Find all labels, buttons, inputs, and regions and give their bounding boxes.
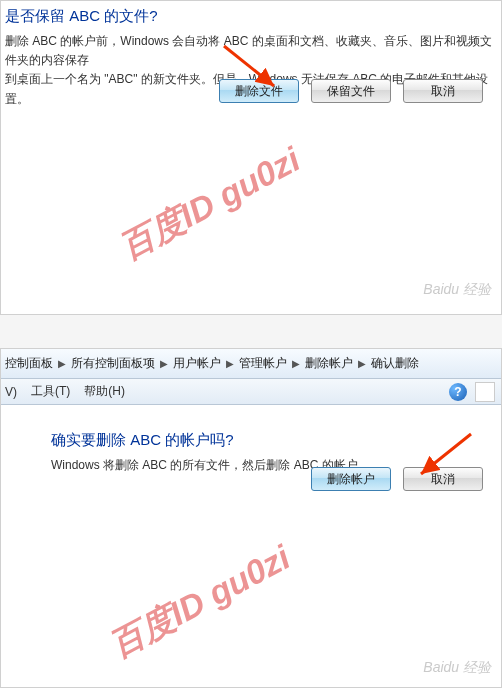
menu-tools[interactable]: 工具(T) — [31, 383, 70, 400]
scroll-up-button[interactable] — [475, 382, 495, 402]
watermark-text: 百度ID gu0zi — [102, 535, 299, 669]
dialog-button-row: 删除文件 保留文件 取消 — [219, 79, 483, 103]
breadcrumb: 控制面板 ▶ 所有控制面板项 ▶ 用户帐户 ▶ 管理帐户 ▶ 删除帐户 ▶ 确认… — [1, 349, 501, 379]
breadcrumb-item[interactable]: 删除帐户 — [305, 355, 353, 372]
menu-view[interactable]: V) — [5, 385, 17, 399]
confirm-title: 确实要删除 ABC 的帐户吗? — [51, 431, 493, 450]
chevron-right-icon: ▶ — [58, 358, 66, 369]
dialog-keep-files: 是否保留 ABC 的文件? 删除 ABC 的帐户前，Windows 会自动将 A… — [0, 0, 502, 315]
menu-help[interactable]: 帮助(H) — [84, 383, 125, 400]
watermark-text: 百度ID gu0zi — [112, 137, 309, 271]
body-line-1: 删除 ABC 的帐户前，Windows 会自动将 ABC 的桌面和文档、收藏夹、… — [5, 34, 492, 67]
chevron-right-icon: ▶ — [292, 358, 300, 369]
help-icon[interactable]: ? — [449, 383, 467, 401]
chevron-right-icon: ▶ — [226, 358, 234, 369]
chevron-right-icon: ▶ — [160, 358, 168, 369]
window-confirm-delete: 控制面板 ▶ 所有控制面板项 ▶ 用户帐户 ▶ 管理帐户 ▶ 删除帐户 ▶ 确认… — [0, 348, 502, 688]
baidu-watermark: Baidu 经验 — [423, 659, 491, 677]
breadcrumb-item[interactable]: 控制面板 — [5, 355, 53, 372]
baidu-watermark: Baidu 经验 — [423, 281, 491, 299]
breadcrumb-item[interactable]: 管理帐户 — [239, 355, 287, 372]
confirm-button-row: 删除帐户 取消 — [311, 467, 483, 491]
breadcrumb-item[interactable]: 用户帐户 — [173, 355, 221, 372]
chevron-right-icon: ▶ — [358, 358, 366, 369]
breadcrumb-item[interactable]: 确认删除 — [371, 355, 419, 372]
breadcrumb-item[interactable]: 所有控制面板项 — [71, 355, 155, 372]
keep-files-button[interactable]: 保留文件 — [311, 79, 391, 103]
menu-bar: V) 工具(T) 帮助(H) ? — [1, 379, 501, 405]
delete-files-button[interactable]: 删除文件 — [219, 79, 299, 103]
dialog-title: 是否保留 ABC 的文件? — [1, 7, 501, 26]
cancel-button[interactable]: 取消 — [403, 79, 483, 103]
cancel-button[interactable]: 取消 — [403, 467, 483, 491]
delete-account-button[interactable]: 删除帐户 — [311, 467, 391, 491]
